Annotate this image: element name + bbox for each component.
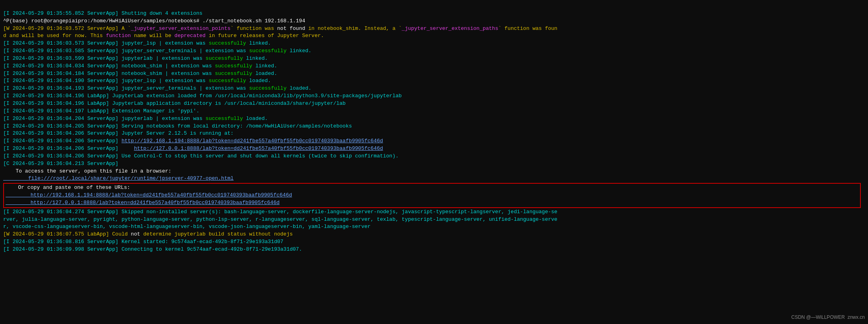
terminal-line: [I 2024-05-29 01:36:08.816 ServerApp] Ke…: [3, 238, 865, 246]
watermark-text: CSDN @—WiLLPOWER znwx.cn: [791, 314, 865, 321]
terminal-line: [I 2024-05-29 01:36:04.205 ServerApp] Se…: [3, 123, 865, 130]
terminal-link[interactable]: http://192.168.1.194:8888/lab?token=dd24…: [121, 138, 383, 144]
terminal-line: [I 2024-05-29 01:36:04.204 ServerApp] ju…: [3, 115, 865, 123]
terminal-line: [I 2024-05-29 01:36:04.206 ServerApp] Us…: [3, 153, 865, 160]
terminal-line: [I 2024-05-29 01:36:04.206 ServerApp] ht…: [3, 145, 865, 153]
terminal-line: [I 2024-05-29 01:36:04.197 LabApp] Exten…: [3, 108, 865, 115]
terminal-line: file:///root/.local/share/jupyter/runtim…: [3, 175, 865, 183]
terminal-line: [I 2024-05-29 01:36:04.196 LabApp] Jupyt…: [3, 100, 865, 108]
terminal-line: [I 2024-05-29 01:36:04.190 ServerApp] ju…: [3, 77, 865, 85]
url-highlight-box: Or copy and paste one of these URLs: htt…: [3, 183, 861, 208]
terminal-line: [I 2024-05-29 01:36:04.196 LabApp] Jupyt…: [3, 92, 865, 100]
terminal-link[interactable]: http://192.168.1.194:8888/lab?token=dd24…: [6, 192, 292, 198]
terminal-line: [I 2024-05-29 01:36:04.206 ServerApp] Ju…: [3, 130, 865, 137]
terminal-line: [I 2024-05-29 01:36:03.573 ServerApp] ju…: [3, 40, 865, 47]
terminal-output: [I 2024-05-29 01:35:55.852 ServerApp] Sh…: [0, 0, 868, 256]
terminal-line: [I 2024-05-29 01:35:55.852 ServerApp] Sh…: [3, 10, 865, 18]
terminal-line: ^P(base) root@orangepiaipro:/home/HwHiAi…: [3, 18, 865, 25]
terminal-link[interactable]: http://127.0.0.1:8888/lab?token=dd241fbe…: [134, 145, 383, 151]
terminal-line: http://192.168.1.194:8888/lab?token=dd24…: [6, 192, 858, 199]
terminal-line: d and will be used for now. This functio…: [3, 32, 865, 40]
terminal-line: [I 2024-05-29 01:36:04.034 ServerApp] no…: [3, 63, 865, 70]
terminal-line: rver, julia-language-server, pyright, py…: [3, 216, 865, 224]
terminal-line: r, vscode-css-languageserver-bin, vscode…: [3, 223, 865, 231]
terminal-line: [I 2024-05-29 01:36:04.184 ServerApp] no…: [3, 70, 865, 78]
terminal-line: [I 2024-05-29 01:36:04.274 ServerApp] Sk…: [3, 208, 865, 216]
terminal-line: [I 2024-05-29 01:36:03.599 ServerApp] ju…: [3, 55, 865, 63]
terminal-line: Or copy and paste one of these URLs:: [6, 184, 858, 192]
terminal-line: To access the server, open this file in …: [3, 168, 865, 175]
terminal-line: [W 2024-05-29 01:36:03.572 ServerApp] A …: [3, 25, 865, 33]
terminal-line: [I 2024-05-29 01:36:04.206 ServerApp] ht…: [3, 137, 865, 145]
terminal-line: [I 2024-05-29 01:36:03.585 ServerApp] ju…: [3, 47, 865, 55]
terminal-line: [W 2024-05-29 01:36:07.575 LabApp] Could…: [3, 231, 865, 238]
terminal-link[interactable]: http://127.0.0.1:8888/lab?token=dd241fbe…: [6, 200, 280, 206]
terminal-line: [I 2024-05-29 01:36:04.193 ServerApp] ju…: [3, 85, 865, 92]
terminal-line: http://127.0.0.1:8888/lab?token=dd241fbe…: [6, 199, 858, 207]
terminal-line: [I 2024-05-29 01:36:09.998 ServerApp] Co…: [3, 246, 865, 253]
terminal-line: [C 2024-05-29 01:36:04.213 ServerApp]: [3, 160, 865, 168]
terminal-link[interactable]: file:///root/.local/share/jupyter/runtim…: [3, 175, 233, 181]
